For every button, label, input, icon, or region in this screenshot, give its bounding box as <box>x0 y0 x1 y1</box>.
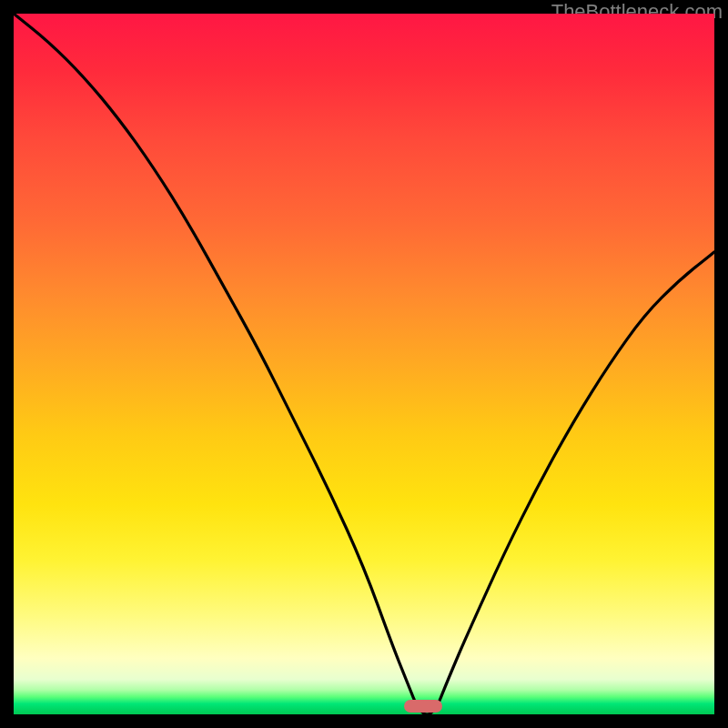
optimum-marker <box>404 700 442 713</box>
plot-area <box>14 14 714 714</box>
bottleneck-curve <box>14 14 714 714</box>
chart-frame: TheBottleneck.com <box>0 0 728 728</box>
